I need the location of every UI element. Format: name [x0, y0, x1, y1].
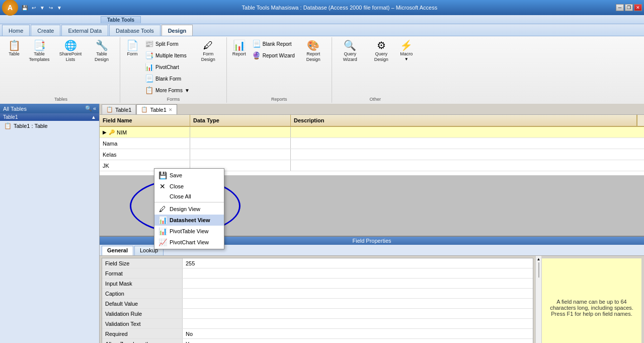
table-design-label: Table Design	[89, 51, 114, 62]
sharepoint-lists-button[interactable]: 🌐 SharePoint Lists	[55, 38, 86, 64]
blank-form-button[interactable]: 📃 Blank Form	[142, 73, 192, 84]
fp-label-required: Required	[102, 329, 183, 338]
report-wizard-label: Report Wizard	[263, 53, 295, 58]
more-forms-dropdown-icon: ▼	[185, 88, 190, 93]
window-title: Table Tools Mahasiswa : Database (Access…	[63, 5, 616, 11]
fp-value-allowzero[interactable]: Yes	[183, 339, 533, 343]
multiple-items-label: Multiple Items	[155, 53, 187, 58]
table-row-2[interactable]: Kelas	[100, 149, 644, 160]
blank-report-icon: 📃	[252, 40, 261, 48]
fp-value-inputmask[interactable]	[183, 279, 533, 288]
desc-col-label: Description	[294, 117, 325, 123]
table-icon: 📋	[8, 40, 21, 50]
ribbon-group-reports: 📊 Report 📃 Blank Report 🔮 Report Wizard …	[227, 37, 332, 103]
fp-row-valrule: Validation Rule	[102, 309, 533, 319]
nav-pane-header: All Tables 🔍 «	[0, 104, 99, 113]
ctx-close-all[interactable]: Close All	[154, 192, 224, 201]
fp-value-fieldsize[interactable]: 255	[183, 258, 533, 268]
ctx-close[interactable]: ✕ Close	[154, 181, 224, 192]
blank-report-button[interactable]: 📃 Blank Report	[250, 38, 297, 49]
restore-button[interactable]: ❐	[625, 4, 633, 11]
fp-value-defaultvalue[interactable]	[183, 299, 533, 308]
table-row-1[interactable]: Nama	[100, 138, 644, 149]
fp-value-format[interactable]	[183, 268, 533, 278]
fp-value-required[interactable]: No	[183, 329, 533, 338]
report-design-button[interactable]: 🎨 Report Design	[298, 38, 329, 64]
form-button[interactable]: 📄 Form	[123, 38, 141, 59]
fp-tab-general[interactable]: General	[102, 246, 133, 255]
field-col-label: Field Name	[103, 117, 132, 123]
blank-report-label: Blank Report	[263, 41, 292, 47]
tab-design[interactable]: Design	[162, 25, 193, 36]
ctx-close-label: Close	[170, 183, 184, 189]
report-label: Report	[232, 51, 246, 57]
fp-value-valrule[interactable]	[183, 309, 533, 318]
field-value-3: JK	[103, 163, 109, 169]
fp-value-caption[interactable]	[183, 289, 533, 298]
tab-home[interactable]: Home	[2, 25, 30, 36]
ctx-close-icon: ✕	[158, 182, 167, 190]
field-value-2: Kelas	[103, 152, 117, 158]
more-forms-button[interactable]: 📋 More Forms ▼	[142, 85, 192, 96]
pivot-chart-button[interactable]: 📊 PivotChart	[142, 61, 192, 73]
undo-button[interactable]: ↩	[30, 5, 37, 11]
tab-create[interactable]: Create	[31, 25, 60, 36]
multiple-items-button[interactable]: 📑 Multiple Items	[142, 50, 192, 61]
close-button[interactable]: ✕	[634, 4, 642, 11]
macro-button[interactable]: ⚡ Macro ▼	[397, 38, 416, 63]
tab-database-tools[interactable]: Database Tools	[109, 25, 160, 36]
ctx-save[interactable]: 💾 Save	[154, 170, 224, 181]
form-label: Form	[127, 51, 138, 57]
query-design-button[interactable]: ⚙ Query Design	[366, 38, 396, 64]
forms-buttons: 📄 Form 📰 Split Form 📑 Multiple Items 📊 P…	[123, 38, 223, 96]
fp-scroll-thumb[interactable]	[538, 262, 539, 278]
tab-external-data[interactable]: External Data	[61, 25, 108, 36]
quick-access-toolbar: 💾 ↩ ▼ ↪ ▼	[20, 5, 63, 11]
table-button[interactable]: 📋 Table	[5, 38, 23, 59]
other-group-label: Other	[369, 96, 381, 102]
form-design-button[interactable]: 🖊 Form Design	[193, 38, 223, 64]
tab-bar: 📋 Table1 📋 Table1 ✕	[100, 104, 644, 115]
table-design-button[interactable]: 🔧 Table Design	[87, 38, 117, 64]
tab-close-button[interactable]: ✕	[169, 107, 173, 112]
fp-scroll-track	[538, 262, 539, 343]
tables-group-label: Tables	[54, 96, 67, 102]
nav-section-toggle-icon: ▲	[91, 114, 96, 120]
doc-tab-0[interactable]: 📋 Table1	[102, 104, 136, 114]
ctx-pivotchart-view[interactable]: 📈 PivotChart View	[154, 237, 224, 248]
office-button[interactable]: A	[2, 0, 18, 16]
fp-scroll-up-button[interactable]: ▲	[536, 256, 542, 262]
table-templates-button[interactable]: 📑 Table Templates	[24, 38, 54, 64]
window-controls: ─ ❐ ✕	[616, 4, 642, 11]
minimize-button[interactable]: ─	[616, 4, 624, 11]
report-wizard-button[interactable]: 🔮 Report Wizard	[250, 50, 297, 61]
doc-tab-1-label: Table1	[150, 107, 166, 113]
redo-button[interactable]: ↪	[47, 5, 54, 11]
query-design-label: Query Design	[369, 51, 394, 62]
save-button[interactable]: 💾	[20, 5, 29, 11]
table-row-0[interactable]: ▶ 🔑 NIM	[100, 127, 644, 138]
ctx-datasheet-view[interactable]: 📊 Datasheet View	[154, 215, 224, 226]
customize-button[interactable]: ▼	[55, 5, 63, 11]
query-wizard-button[interactable]: 🔍 Query Wizard	[335, 38, 365, 64]
field-value-1: Nama	[103, 141, 117, 147]
ctx-pivottable-view[interactable]: 📊 PivotTable View	[154, 226, 224, 237]
split-form-button[interactable]: 📰 Split Form	[142, 38, 192, 49]
split-form-label: Split Form	[155, 41, 179, 47]
nav-item-table1[interactable]: 📋 Table1 : Table	[0, 121, 99, 131]
query-wizard-icon: 🔍	[344, 40, 356, 50]
undo-dropdown-button[interactable]: ▼	[38, 5, 46, 11]
ribbon-group-forms: 📄 Form 📰 Split Form 📑 Multiple Items 📊 P…	[120, 37, 227, 103]
doc-tab-1[interactable]: 📋 Table1 ✕	[136, 104, 177, 114]
fp-scrollbar: ▲ ▼	[535, 256, 541, 343]
fp-label-valtext: Validation Text	[102, 319, 183, 328]
nav-section-header: Table1 ▲	[0, 113, 99, 121]
fp-value-valtext[interactable]	[183, 319, 533, 328]
main-area: All Tables 🔍 « Table1 ▲ 📋 Table1 : Table…	[0, 104, 644, 343]
nav-collapse-button[interactable]: «	[93, 105, 96, 112]
report-button[interactable]: 📊 Report	[230, 38, 249, 59]
ctx-design-view[interactable]: 🖊 Design View	[154, 203, 224, 215]
macro-dropdown-icon: ▼	[405, 57, 409, 61]
document-area: 📋 Table1 📋 Table1 ✕ Field Name Data Type…	[100, 104, 644, 343]
nav-search-icon[interactable]: 🔍	[85, 105, 92, 112]
